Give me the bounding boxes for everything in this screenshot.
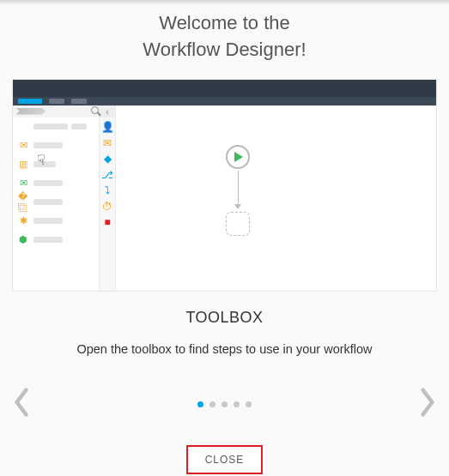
prev-button[interactable]	[12, 387, 31, 418]
next-button[interactable]	[418, 387, 437, 418]
list-item: ▥	[13, 155, 99, 174]
branch-icon: ⎇	[101, 169, 113, 181]
list-item-label	[33, 199, 63, 205]
list-item: ✉	[13, 136, 99, 155]
tab-inactive	[71, 99, 87, 104]
drop-target-placeholder	[226, 212, 250, 236]
list-item	[13, 117, 99, 136]
breadcrumb-row	[13, 105, 99, 117]
tour-screenshot: ✉▥✉�⿻✱⬢ ☟ ‹ 👤✉◆⎇⤵⏱■	[12, 79, 437, 292]
workflow-canvas	[116, 105, 436, 291]
list-item-icon: ✉	[18, 141, 28, 151]
list-item-icon: ▥	[18, 160, 28, 170]
list-item-label	[33, 218, 63, 224]
chevron-right-icon	[418, 387, 437, 418]
list-item-label	[33, 161, 56, 167]
play-icon	[234, 152, 243, 162]
list-item: �⿻	[13, 193, 99, 212]
welcome-line2: Workflow Designer!	[0, 37, 449, 63]
list-item-icon: ✉	[18, 178, 28, 189]
pager-dot[interactable]	[197, 401, 203, 407]
stop-icon: ■	[101, 216, 113, 228]
list-item-icon: ⬢	[18, 235, 28, 245]
mail-icon: ✉	[101, 137, 113, 149]
list-item-label	[33, 180, 63, 186]
collapse-chevron-icon: ‹	[100, 105, 115, 117]
close-button[interactable]: CLOSE	[186, 445, 264, 474]
pager-dot[interactable]	[234, 401, 240, 407]
merge-icon: ⤵	[101, 184, 113, 196]
list-item-icon: ✱	[18, 216, 28, 226]
start-node	[226, 145, 250, 169]
list-item-icon	[18, 122, 28, 132]
section-title: TOOLBOX	[0, 309, 449, 327]
pager-row	[0, 392, 449, 418]
timer-icon: ⏱	[101, 201, 113, 213]
list-item: ✱	[13, 212, 99, 231]
app-tab-strip	[13, 97, 436, 105]
user-check-icon: 👤	[101, 121, 113, 133]
flow-connector	[238, 171, 239, 207]
pager-dot[interactable]	[221, 401, 228, 407]
breadcrumb-icon	[16, 108, 46, 115]
list-item: ✉	[13, 174, 99, 193]
list-item-label	[33, 142, 63, 148]
list-item-icon: �⿻	[18, 197, 28, 208]
section-description: Open the toolbox to find steps to use in…	[0, 342, 449, 356]
pager-dot[interactable]	[209, 401, 215, 407]
pager-dot[interactable]	[246, 401, 252, 407]
flow-arrow-icon	[234, 204, 241, 209]
welcome-heading: Welcome to the Workflow Designer!	[0, 5, 449, 79]
tab-inactive	[49, 99, 64, 104]
app-titlebar	[13, 80, 436, 97]
chevron-left-icon	[12, 387, 31, 418]
search-icon	[91, 106, 99, 117]
toolbox-icon-strip: ‹ 👤✉◆⎇⤵⏱■	[99, 105, 116, 291]
pager-dots	[197, 401, 252, 407]
list-item-label	[33, 124, 68, 130]
tab-active	[18, 99, 42, 104]
toolbox-panel: ✉▥✉�⿻✱⬢ ☟	[13, 105, 99, 291]
welcome-line1: Welcome to the	[0, 10, 449, 37]
list-item-label	[33, 237, 63, 243]
diamond-icon: ◆	[101, 153, 113, 165]
list-item: ⬢	[13, 231, 99, 250]
